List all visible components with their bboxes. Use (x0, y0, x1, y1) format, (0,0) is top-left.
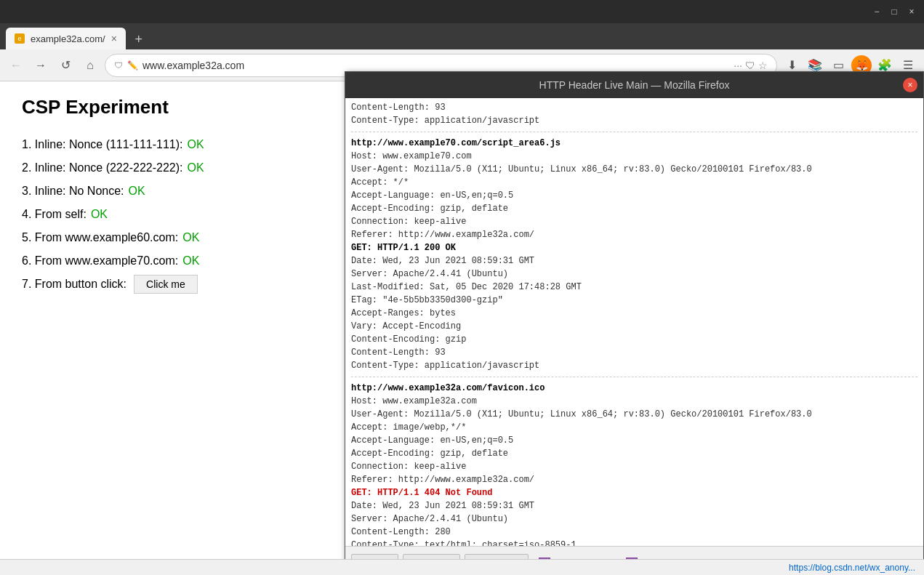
http-url: http://www.example70.com/script_area6.js (351, 137, 917, 150)
list-item-button: 7. From button click: Click me (22, 273, 324, 296)
click-me-button[interactable]: Click me (134, 275, 198, 294)
item-label: 2. Inline: Nonce (222-222-222): (22, 156, 182, 180)
url-text: www.example32a.com (142, 60, 729, 71)
item-status: OK (182, 226, 199, 249)
page-title: CSP Experiment (22, 96, 324, 118)
minimize-button[interactable]: − (870, 5, 883, 18)
http-header-line: Connection: keep-alive (351, 460, 917, 473)
item-status: OK (182, 249, 199, 273)
status-bar: https://blog.csdn.net/wx_anony... (0, 559, 924, 575)
item-status: OK (129, 180, 145, 203)
http-header-line: Date: Wed, 23 Jun 2021 08:59:31 GMT (351, 254, 917, 268)
http-header-line: Accept: */* (351, 176, 917, 189)
csp-list: 1. Inline: Nonce (111-111-111): OK 2. In… (22, 133, 324, 296)
back-button[interactable]: ← (6, 55, 26, 76)
http-header-line: Connection: keep-alive (351, 215, 917, 228)
http-response-status: GET: HTTP/1.1 200 OK (351, 241, 917, 254)
http-header-line: Content-Length: 280 (351, 526, 917, 539)
maximize-button[interactable]: □ (888, 5, 901, 18)
url-lock-icon: ✏️ (127, 60, 138, 71)
http-header-line: Accept-Encoding: gzip, deflate (351, 202, 917, 215)
http-header-line: Content-Type: text/html; charset=iso-885… (351, 539, 917, 546)
item-label: 6. From www.example70.com: (22, 249, 178, 273)
panel-close-button[interactable]: × (903, 78, 917, 92)
tab-favicon: e (15, 33, 25, 44)
item-status: OK (187, 133, 204, 156)
http-header-line: Date: Wed, 23 Jun 2021 08:59:31 GMT (351, 499, 917, 512)
list-item: 6. From www.example70.com: OK (22, 249, 324, 273)
panel-title-bar: HTTP Header Live Main — Mozilla Firefox … (345, 72, 923, 98)
url-action-icons: ··· 🛡 ☆ (734, 60, 768, 71)
page-content: CSP Experiment 1. Inline: Nonce (111-111… (0, 81, 345, 575)
http-header-line: Accept-Encoding: gzip, deflate (351, 447, 917, 460)
http-url: http://www.example32a.com/favicon.ico (351, 382, 917, 395)
http-header-line: Vary: Accept-Encoding (351, 320, 917, 333)
http-header-line: User-Agent: Mozilla/5.0 (X11; Ubuntu; Li… (351, 408, 917, 421)
http-header-line: Accept-Language: en-US,en;q=0.5 (351, 434, 917, 447)
url-bookmark-icon[interactable]: 🛡 (745, 60, 755, 71)
item-status: OK (187, 156, 204, 180)
item-label: 4. From self: (22, 203, 87, 226)
http-header-line: Content-Type: application/javascript (351, 359, 917, 372)
http-header-line: ETag: "4e-5b5bb3350d300-gzip" (351, 294, 917, 307)
http-header-panel: HTTP Header Live Main — Mozilla Firefox … (345, 71, 924, 575)
http-header-line: Server: Apache/2.4.41 (Ubuntu) (351, 268, 917, 281)
item-status: OK (91, 203, 108, 226)
list-item: 5. From www.example60.com: OK (22, 226, 324, 249)
http-entry: http://www.example70.com/script_area6.js… (351, 137, 917, 377)
http-header-line: Host: www.example70.com (351, 150, 917, 163)
new-tab-button[interactable]: + (129, 29, 149, 49)
http-header-line: Accept-Ranges: bytes (351, 307, 917, 320)
tab-close-button[interactable]: × (111, 33, 117, 44)
http-header-line: Content-Length: 93 (351, 346, 917, 359)
list-item: 1. Inline: Nonce (111-111-111): OK (22, 133, 324, 156)
http-header-line: User-Agent: Mozilla/5.0 (X11; Ubuntu; Li… (351, 163, 917, 176)
http-entry: Content-Length: 93 Content-Type: applica… (351, 101, 917, 132)
url-more-icon[interactable]: ··· (734, 60, 742, 71)
active-tab[interactable]: e example32a.com/ × (6, 28, 126, 49)
url-shield-icon: 🛡 (114, 60, 123, 71)
list-item: 4. From self: OK (22, 203, 324, 226)
http-header-line: Content-Encoding: gzip (351, 333, 917, 346)
http-header-line: Accept-Language: en-US,en;q=0.5 (351, 189, 917, 202)
http-header-line: Host: www.example32a.com (351, 395, 917, 408)
forward-button[interactable]: → (31, 55, 51, 76)
list-item: 2. Inline: Nonce (222-222-222): OK (22, 156, 324, 180)
http-header-line: Content-Type: application/javascript (351, 114, 917, 127)
panel-title: HTTP Header Live Main — Mozilla Firefox (539, 79, 730, 91)
http-header-line: Referer: http://www.example32a.com/ (351, 228, 917, 241)
item-label: 3. Inline: No Nonce: (22, 180, 124, 203)
home-button[interactable]: ⌂ (80, 55, 100, 76)
list-item: 3. Inline: No Nonce: OK (22, 180, 324, 203)
tab-bar: e example32a.com/ × + (0, 23, 924, 49)
http-header-line: Last-Modified: Sat, 05 Dec 2020 17:48:28… (351, 281, 917, 294)
reload-button[interactable]: ↺ (55, 55, 76, 76)
item-label: 1. Inline: Nonce (111-111-111): (22, 133, 182, 156)
window-controls: − □ × (870, 5, 918, 18)
http-header-line: Content-Length: 93 (351, 101, 917, 114)
http-header-line: Server: Apache/2.4.41 (Ubuntu) (351, 512, 917, 526)
http-entry: http://www.example32a.com/favicon.ico Ho… (351, 382, 917, 546)
status-url: https://blog.csdn.net/wx_anony... (789, 563, 915, 573)
tab-label: example32a.com/ (31, 33, 105, 44)
title-bar: − □ × (0, 0, 924, 23)
http-header-line: Accept: image/webp,*/* (351, 421, 917, 434)
http-response-status: GET: HTTP/1.1 404 Not Found (351, 486, 917, 499)
item-label: 5. From www.example60.com: (22, 226, 178, 249)
http-header-line: Referer: http://www.example32a.com/ (351, 473, 917, 486)
close-window-button[interactable]: × (905, 5, 918, 18)
url-star-icon[interactable]: ☆ (758, 60, 768, 71)
item-label: 7. From button click: (22, 273, 126, 296)
panel-content[interactable]: Content-Length: 93 Content-Type: applica… (345, 98, 923, 546)
